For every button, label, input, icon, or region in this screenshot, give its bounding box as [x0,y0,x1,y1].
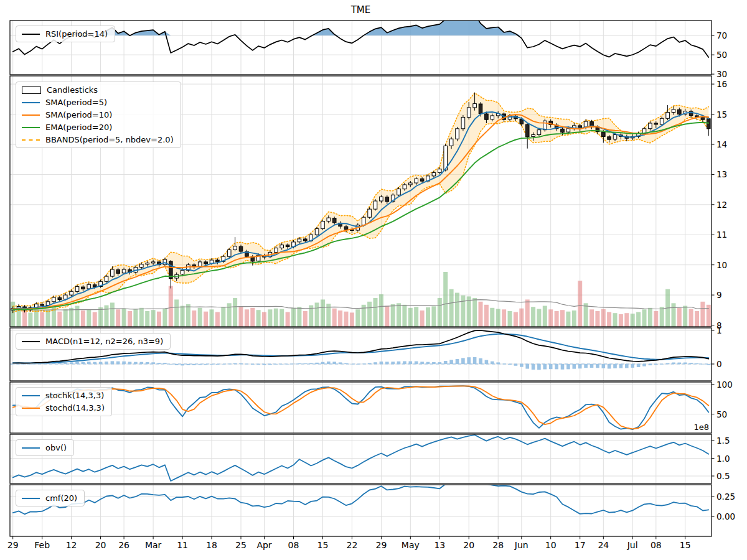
x-tick-label: 15 [317,540,329,550]
x-tick-label: 29 [375,540,387,550]
y-tick-label: 15 [716,110,727,119]
legend-obv: obv() [16,439,74,456]
x-tick-label: 17 [575,540,586,550]
legend-item: SMA(period=10) [22,110,174,119]
legend-label: stochk(14,3,3) [45,391,104,400]
legend-label: RSI(period=14) [45,29,108,39]
legend-label: obv() [45,443,67,452]
y-tick-label: 12 [716,200,727,210]
legend-item: MACD(n1=12, n2=26, n3=9) [22,337,163,346]
x-tick-label: 20 [463,540,474,550]
x-tick-label: 12 [66,540,77,550]
x-tick-label: Feb [34,540,50,550]
y-tick-label: 0.00 [716,511,735,521]
y-tick-label: 1.0 [716,454,730,464]
cmf-panel [13,472,709,514]
obv-axis-offset-label: 1e8 [693,422,709,432]
legend-macd: MACD(n1=12, n2=26, n3=9) [16,333,171,350]
grid-rsi [10,21,712,75]
obv-panel [13,435,709,481]
x-tick-label: 25 [235,540,247,550]
y-tick-label: 0.25 [716,492,735,502]
line-swatch-icon [22,408,40,409]
line-swatch-icon [22,447,40,449]
x-tick-label: May [402,540,420,550]
line-swatch-icon [22,395,40,396]
legend-item: EMA(period=20) [22,123,174,132]
legend-label: EMA(period=20) [45,123,112,132]
line-swatch-icon [22,341,40,342]
legend-label: SMA(period=10) [45,110,112,119]
y-tick-label: 10 [716,260,727,270]
obv-line [13,435,709,481]
legend-item: Candlesticks [22,85,174,95]
y-tick-label: 16 [716,79,727,89]
x-tick-label: 15 [680,540,691,550]
legend-rsi: RSI(period=14) [16,26,115,42]
y-tick-label: 50 [716,50,727,60]
macd-histogram [11,357,710,370]
legend-item: obv() [22,443,67,452]
x-tick-label: 28 [492,540,504,550]
cmf-line [13,472,709,514]
legend-label: BBANDS(period=5, nbdev=2.0) [45,135,174,144]
legend-item: SMA(period=5) [22,98,174,107]
y-tick-label: 13 [716,169,727,179]
line-swatch-icon [22,498,40,499]
legend-label: Candlesticks [47,85,98,95]
x-tick-label: 08 [651,540,662,550]
legend-main: CandlesticksSMA(period=5)SMA(period=10)E… [16,82,181,148]
line-swatch-icon [22,127,40,128]
y-tick-label: 100 [716,380,733,390]
x-tick-label: Apr [256,540,271,550]
legend-label: stochd(14,3,3) [45,403,105,413]
volume-ma-line [13,300,709,310]
legend-item: stochd(14,3,3) [22,403,105,413]
legend-cmf: cmf(20) [16,490,85,506]
x-tick-label: 22 [346,540,357,550]
y-tick-label: 70 [716,30,727,40]
legend-stoch: stochk(14,3,3)stochd(14,3,3) [16,387,112,416]
grid-stoch [10,382,712,433]
legend-item: BBANDS(period=5, nbdev=2.0) [22,135,174,144]
legend-label: cmf(20) [45,493,77,503]
line-swatch-icon [22,34,40,35]
figure: TME 705030161514131211109810100501.51.00… [0,0,747,560]
y-tick-label: 1 [716,325,722,335]
grid-cmf [10,485,712,536]
line-swatch-icon [22,139,40,141]
y-tick-label: 50 [716,409,727,419]
y-tick-label: 11 [716,230,727,240]
line-swatch-icon [22,102,40,103]
y-tick-label: 0.5 [716,471,730,481]
x-tick-label: Jun [514,540,529,550]
x-tick-label: 11 [177,540,188,550]
x-tick-label: 08 [288,540,299,550]
legend-item: cmf(20) [22,493,77,503]
y-tick-label: 9 [716,290,722,300]
x-tick-label: 18 [206,540,217,550]
line-swatch-icon [22,114,40,116]
x-tick-label: Jul [627,540,638,550]
stochd-line [13,386,709,429]
legend-label: SMA(period=5) [45,98,107,107]
y-tick-label: 30 [716,69,727,79]
x-tick-label: 10 [545,540,557,550]
stoch-panel [13,386,709,429]
x-tick-label: 29 [7,540,19,550]
x-tick-label: 24 [598,540,609,550]
legend-label: MACD(n1=12, n2=26, n3=9) [45,337,163,346]
x-tick-label: 20 [95,540,106,550]
x-tick-label: Mar [145,540,162,550]
candle-swatch-icon [22,86,41,94]
grid-obv [10,434,712,483]
y-tick-label: 1.5 [716,436,730,446]
x-tick-label: 13 [434,540,445,550]
x-tick-label: 26 [118,540,129,550]
y-tick-label: 0 [716,359,722,369]
legend-item: stochk(14,3,3) [22,391,105,400]
legend-item: RSI(period=14) [22,29,108,39]
y-tick-label: 14 [716,139,727,149]
